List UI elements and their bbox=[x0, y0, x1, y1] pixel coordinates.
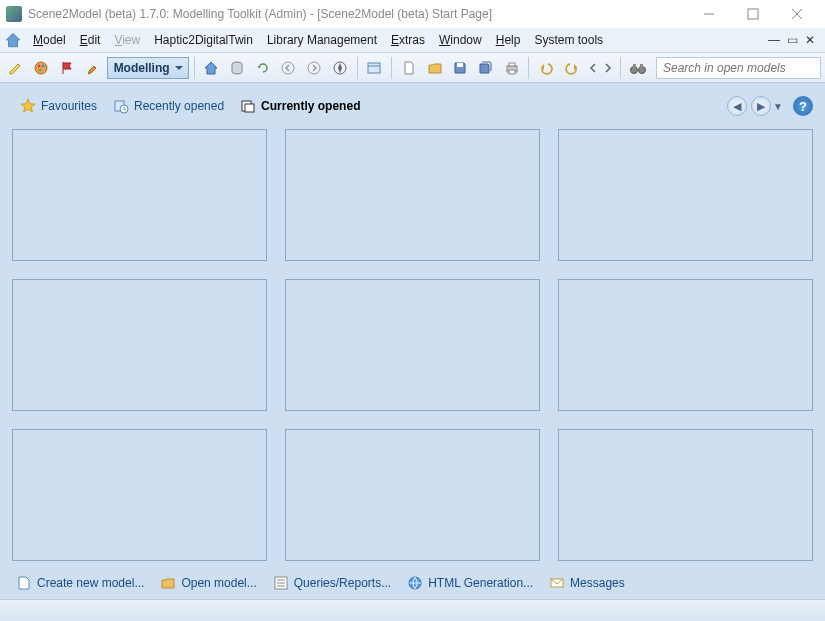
model-slot[interactable] bbox=[558, 279, 813, 411]
menu-help[interactable]: Help bbox=[489, 30, 528, 50]
action-open-model[interactable]: Open model... bbox=[160, 575, 256, 591]
model-slot[interactable] bbox=[285, 279, 540, 411]
close-button[interactable] bbox=[775, 0, 819, 28]
action-html-label: HTML Generation... bbox=[428, 576, 533, 590]
tab-favourites-label: Favourites bbox=[41, 99, 97, 113]
tab-recently-label: Recently opened bbox=[134, 99, 224, 113]
menu-window[interactable]: Window bbox=[432, 30, 489, 50]
new-model-icon bbox=[16, 575, 32, 591]
svg-rect-12 bbox=[368, 63, 380, 73]
app-icon bbox=[6, 6, 22, 22]
mode-label: Modelling bbox=[114, 61, 170, 75]
compass-icon[interactable] bbox=[328, 56, 352, 80]
svg-rect-16 bbox=[509, 63, 515, 66]
maximize-button[interactable] bbox=[731, 0, 775, 28]
svg-rect-25 bbox=[245, 104, 254, 112]
recent-icon bbox=[113, 98, 129, 114]
queries-icon bbox=[273, 575, 289, 591]
page-prev-button[interactable]: ◀ bbox=[727, 96, 747, 116]
svg-rect-17 bbox=[509, 70, 515, 74]
model-slot[interactable] bbox=[12, 129, 267, 261]
menu-haptic[interactable]: Haptic2DigitalTwin bbox=[147, 30, 260, 50]
model-slot[interactable] bbox=[558, 129, 813, 261]
menu-system-tools[interactable]: System tools bbox=[527, 30, 610, 50]
redo-icon[interactable] bbox=[560, 56, 584, 80]
tab-currently-label: Currently opened bbox=[261, 99, 360, 113]
mdi-minimize-button[interactable]: — bbox=[767, 33, 781, 47]
menu-extras[interactable]: Extras bbox=[384, 30, 432, 50]
svg-rect-21 bbox=[640, 64, 643, 68]
new-file-icon[interactable] bbox=[397, 56, 421, 80]
undo-icon[interactable] bbox=[534, 56, 558, 80]
search-input[interactable] bbox=[656, 57, 821, 79]
mdi-close-button[interactable]: ✕ bbox=[803, 33, 817, 47]
html-icon bbox=[407, 575, 423, 591]
bottom-actions: Create new model... Open model... Querie… bbox=[12, 569, 813, 591]
star-icon bbox=[20, 98, 36, 114]
statusbar bbox=[0, 599, 825, 621]
save-all-icon[interactable] bbox=[474, 56, 498, 80]
save-icon[interactable] bbox=[448, 56, 472, 80]
action-create-model[interactable]: Create new model... bbox=[16, 575, 144, 591]
flag-icon[interactable] bbox=[55, 56, 79, 80]
svg-point-6 bbox=[42, 64, 45, 67]
scroll-left-icon[interactable] bbox=[586, 56, 600, 80]
model-slot[interactable] bbox=[12, 429, 267, 561]
nav-forward-icon[interactable] bbox=[302, 56, 326, 80]
scroll-right-icon[interactable] bbox=[602, 56, 616, 80]
menu-view[interactable]: View bbox=[107, 30, 147, 50]
palette-icon[interactable] bbox=[30, 56, 54, 80]
brush-icon[interactable] bbox=[81, 56, 105, 80]
action-messages-label: Messages bbox=[570, 576, 625, 590]
tab-favourites[interactable]: Favourites bbox=[12, 95, 105, 117]
menu-library[interactable]: Library Management bbox=[260, 30, 384, 50]
tab-currently-opened[interactable]: Currently opened bbox=[232, 95, 368, 117]
window-icon[interactable] bbox=[363, 56, 387, 80]
svg-point-5 bbox=[38, 64, 41, 67]
page-next-button[interactable]: ▶ bbox=[751, 96, 771, 116]
help-button[interactable]: ? bbox=[793, 96, 813, 116]
mode-selector[interactable]: Modelling bbox=[107, 57, 189, 79]
minimize-button[interactable] bbox=[687, 0, 731, 28]
menu-edit[interactable]: Edit bbox=[73, 30, 108, 50]
svg-point-10 bbox=[308, 62, 320, 74]
refresh-icon[interactable] bbox=[251, 56, 275, 80]
nav-back-icon[interactable] bbox=[277, 56, 301, 80]
model-slot[interactable] bbox=[285, 129, 540, 261]
page-menu-dropdown[interactable]: ▼ bbox=[773, 101, 783, 112]
model-slot[interactable] bbox=[558, 429, 813, 561]
action-create-label: Create new model... bbox=[37, 576, 144, 590]
action-open-label: Open model... bbox=[181, 576, 256, 590]
model-slot[interactable] bbox=[12, 279, 267, 411]
window-title: Scene2Model (beta) 1.7.0: Modelling Tool… bbox=[28, 7, 492, 21]
print-icon[interactable] bbox=[500, 56, 524, 80]
svg-point-4 bbox=[35, 62, 47, 74]
edit-icon[interactable] bbox=[4, 56, 28, 80]
open-folder-icon[interactable] bbox=[423, 56, 447, 80]
tab-recently-opened[interactable]: Recently opened bbox=[105, 95, 232, 117]
open-model-icon bbox=[160, 575, 176, 591]
database-icon[interactable] bbox=[225, 56, 249, 80]
svg-point-9 bbox=[282, 62, 294, 74]
action-queries[interactable]: Queries/Reports... bbox=[273, 575, 391, 591]
binoculars-icon[interactable] bbox=[626, 56, 650, 80]
svg-rect-20 bbox=[633, 64, 636, 68]
window-titlebar: Scene2Model (beta) 1.7.0: Modelling Tool… bbox=[0, 0, 825, 28]
action-queries-label: Queries/Reports... bbox=[294, 576, 391, 590]
messages-icon bbox=[549, 575, 565, 591]
action-html-generation[interactable]: HTML Generation... bbox=[407, 575, 533, 591]
model-grid bbox=[12, 129, 813, 569]
home-icon[interactable] bbox=[4, 31, 22, 49]
svg-rect-14 bbox=[457, 63, 463, 67]
opened-icon bbox=[240, 98, 256, 114]
svg-point-7 bbox=[39, 68, 42, 71]
menubar: Model Edit View Haptic2DigitalTwin Libra… bbox=[0, 28, 825, 53]
mdi-restore-button[interactable]: ▭ bbox=[785, 33, 799, 47]
home-button[interactable] bbox=[200, 56, 224, 80]
toolbar: Modelling bbox=[0, 53, 825, 83]
menu-model[interactable]: Model bbox=[26, 30, 73, 50]
model-slot[interactable] bbox=[285, 429, 540, 561]
start-tabs: Favourites Recently opened Currently ope… bbox=[12, 93, 813, 119]
start-page: Favourites Recently opened Currently ope… bbox=[0, 83, 825, 599]
action-messages[interactable]: Messages bbox=[549, 575, 625, 591]
